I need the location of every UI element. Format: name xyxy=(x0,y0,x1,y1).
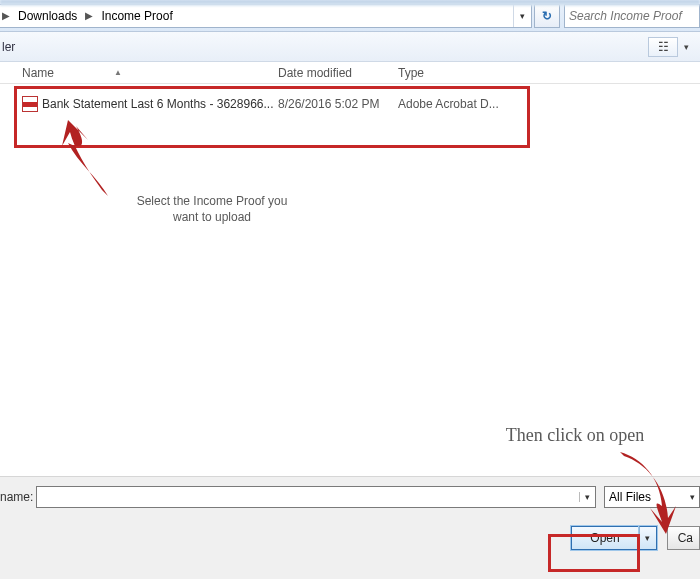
column-headers: Name ▲ Date modified Type xyxy=(0,62,700,84)
toolbar: ler ☷ ▾ xyxy=(0,32,700,62)
breadcrumb[interactable]: ▶ Downloads ▶ Income Proof ▾ xyxy=(0,4,532,28)
file-date: 8/26/2016 5:02 PM xyxy=(278,97,398,111)
breadcrumb-income-proof[interactable]: Income Proof xyxy=(95,5,178,27)
breadcrumb-downloads[interactable]: Downloads xyxy=(12,5,83,27)
filename-label: name: xyxy=(0,490,36,504)
open-button[interactable]: Open xyxy=(571,526,638,550)
search-field[interactable] xyxy=(569,9,695,23)
file-type: Adobe Acrobat D... xyxy=(398,97,518,111)
filename-field[interactable] xyxy=(37,490,579,504)
column-date[interactable]: Date modified xyxy=(278,66,398,80)
column-type[interactable]: Type xyxy=(398,66,518,80)
file-name: Bank Statement Last 6 Months - 3628966..… xyxy=(42,97,278,111)
annotation-text-select: Select the Income Proof you want to uplo… xyxy=(82,194,342,225)
file-row[interactable]: Bank Statement Last 6 Months - 3628966..… xyxy=(22,94,518,114)
refresh-button[interactable]: ↻ xyxy=(534,4,560,28)
view-options-button[interactable]: ☷ xyxy=(648,37,678,57)
chevron-right-icon: ▶ xyxy=(0,10,12,21)
column-name[interactable]: Name ▲ xyxy=(22,66,278,80)
address-dropdown[interactable]: ▾ xyxy=(513,5,531,27)
search-input[interactable] xyxy=(564,4,700,28)
toolbar-fragment: ler xyxy=(0,40,15,54)
filename-input[interactable]: ▾ xyxy=(36,486,596,508)
list-view-icon: ☷ xyxy=(658,40,669,54)
cancel-button[interactable]: Ca xyxy=(667,526,700,550)
chevron-right-icon: ▶ xyxy=(83,10,95,21)
view-dropdown[interactable]: ▾ xyxy=(684,42,694,52)
open-split-dropdown[interactable]: ▾ xyxy=(639,526,657,550)
annotation-text-open: Then click on open xyxy=(470,424,680,447)
file-type-filter[interactable]: All Files ▾ xyxy=(604,486,700,508)
sort-ascending-icon: ▲ xyxy=(114,68,122,77)
file-list: Bank Statement Last 6 Months - 3628966..… xyxy=(0,84,700,476)
filename-dropdown[interactable]: ▾ xyxy=(579,492,595,502)
chevron-down-icon: ▾ xyxy=(681,492,695,502)
pdf-icon xyxy=(22,96,38,112)
refresh-icon: ↻ xyxy=(542,9,552,23)
bottom-panel: name: ▾ All Files ▾ Open ▾ Ca xyxy=(0,476,700,579)
